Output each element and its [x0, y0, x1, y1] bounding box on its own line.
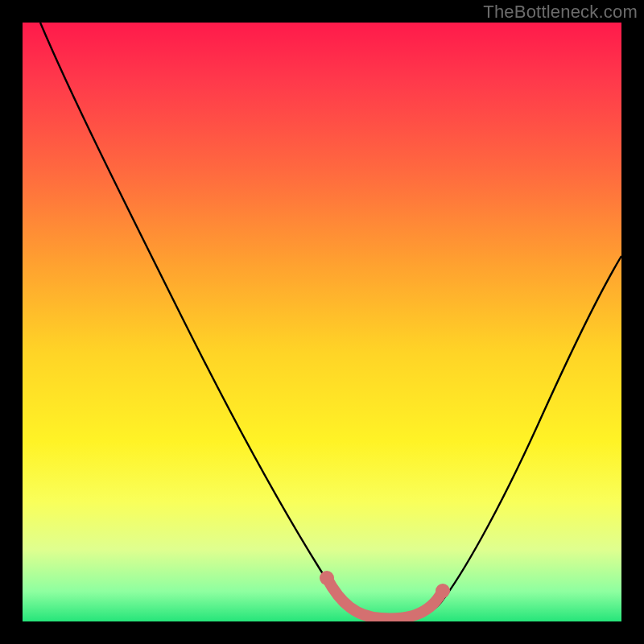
plot-area [23, 23, 621, 621]
chart-svg [23, 23, 621, 621]
chart-frame: TheBottleneck.com [0, 0, 644, 644]
highlight-segment [327, 578, 443, 618]
watermark-text: TheBottleneck.com [483, 2, 638, 23]
highlight-dot-right [436, 584, 450, 598]
bottleneck-curve [40, 23, 621, 619]
highlight-dot-left [320, 571, 334, 585]
